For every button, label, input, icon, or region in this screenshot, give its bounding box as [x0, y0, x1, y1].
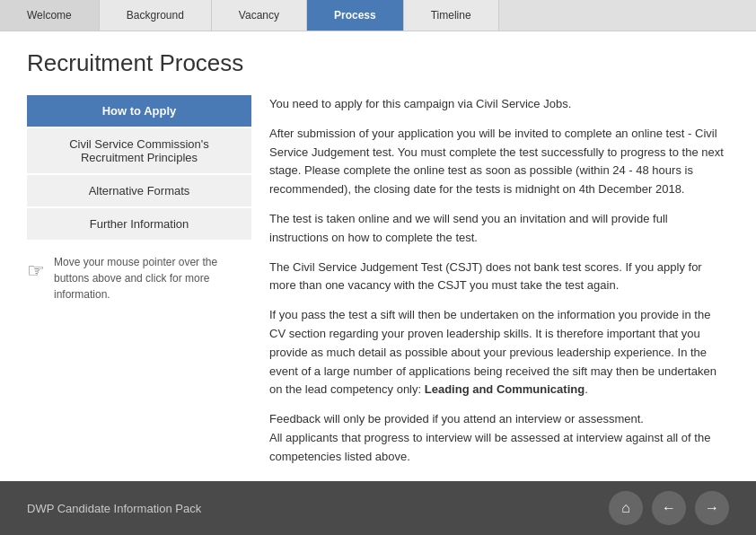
sidebar: How to Apply Civil Service Commission's … — [27, 95, 251, 533]
forward-button[interactable]: → — [695, 491, 729, 525]
top-navigation: Welcome Background Vacancy Process Timel… — [0, 0, 756, 31]
content-area: You need to apply for this campaign via … — [269, 95, 729, 533]
page-title: Recruitment Process — [27, 49, 729, 77]
nav-tab-timeline[interactable]: Timeline — [404, 0, 499, 31]
home-icon: ⌂ — [621, 500, 630, 516]
footer: DWP Candidate Information Pack ⌂ ← → — [0, 481, 756, 535]
content-para1: You need to apply for this campaign via … — [269, 95, 729, 114]
footer-title: DWP Candidate Information Pack — [27, 502, 201, 515]
nav-tab-welcome[interactable]: Welcome — [0, 0, 100, 31]
civil-service-button[interactable]: Civil Service Commission's Recruitment P… — [27, 128, 251, 173]
content-para4: The Civil Service Judgement Test (CSJT) … — [269, 259, 729, 296]
cursor-icon: ☞ — [27, 256, 45, 285]
back-icon: ← — [662, 500, 676, 516]
content-para2: After submission of your application you… — [269, 125, 729, 199]
further-information-button[interactable]: Further Information — [27, 208, 251, 240]
page-content: Recruitment Process How to Apply Civil S… — [0, 31, 756, 535]
hint-text: Move your mouse pointer over the buttons… — [54, 254, 251, 303]
nav-tab-vacancy[interactable]: Vacancy — [212, 0, 307, 31]
content-para5-bold: Leading and Communicating — [425, 382, 585, 396]
home-button[interactable]: ⌂ — [609, 491, 643, 525]
nav-tab-background[interactable]: Background — [100, 0, 212, 31]
footer-icons: ⌂ ← → — [609, 491, 729, 525]
content-para3: The test is taken online and we will sen… — [269, 210, 729, 248]
main-layout: How to Apply Civil Service Commission's … — [27, 95, 729, 533]
back-button[interactable]: ← — [652, 491, 686, 525]
how-to-apply-button[interactable]: How to Apply — [27, 95, 251, 127]
alternative-formats-button[interactable]: Alternative Formats — [27, 175, 251, 206]
sidebar-hint: ☞ Move your mouse pointer over the butto… — [27, 254, 251, 303]
content-para5: If you pass the test a sift will then be… — [269, 306, 729, 399]
content-para6: Feedback will only be provided if you at… — [269, 410, 729, 466]
forward-icon: → — [705, 500, 719, 516]
nav-tab-process[interactable]: Process — [307, 0, 404, 31]
